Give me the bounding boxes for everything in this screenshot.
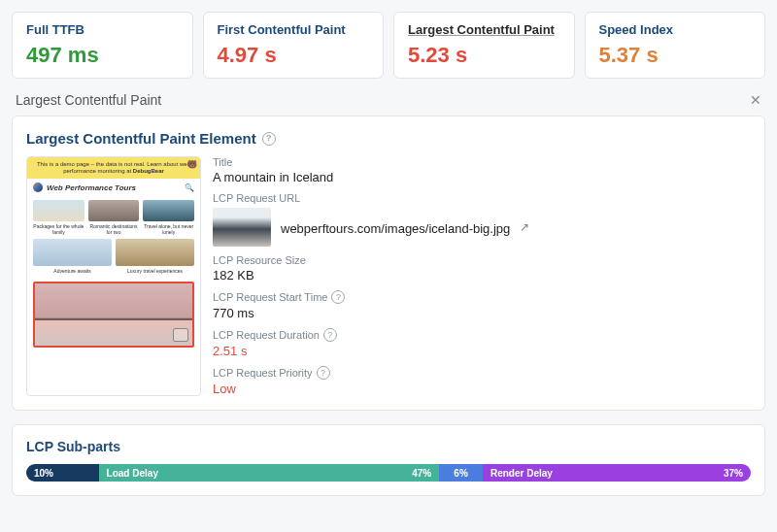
metric-speed-index[interactable]: Speed Index 5.37 s <box>585 12 766 79</box>
bear-icon: 🐻 <box>187 160 197 170</box>
size-value: 182 KB <box>213 268 529 283</box>
section-header: Largest Contentful Paint ✕ <box>16 92 761 108</box>
preview-lcp-highlight <box>33 282 194 348</box>
preview-card: Adventure awaits <box>33 239 112 274</box>
search-icon: 🔍 <box>185 183 194 193</box>
title-value: A mountain in Iceland <box>213 170 529 184</box>
preview-card: Packages for the whole family <box>33 200 84 235</box>
seg-pct: 47% <box>412 468 431 479</box>
metric-label: Speed Index <box>599 22 752 37</box>
lcp-details: Title A mountain in Iceland LCP Request … <box>213 156 529 396</box>
priority-value: Low <box>213 382 529 396</box>
close-icon[interactable]: ✕ <box>750 92 761 108</box>
lcp-element-panel: Largest Contentful Paint Element ? This … <box>12 116 765 411</box>
metric-label: Largest Contentful Paint <box>408 22 560 37</box>
subpart-load-delay[interactable]: Load Delay 47% <box>99 464 440 482</box>
logo-icon <box>33 183 43 192</box>
metrics-row: Full TTFB 497 ms First Contentful Paint … <box>12 12 765 79</box>
section-title: Largest Contentful Paint <box>16 92 161 108</box>
panel-title: Largest Contentful Paint Element ? <box>26 130 751 147</box>
preview-card: Travel alone, but never lonely <box>143 200 194 235</box>
help-icon[interactable]: ? <box>323 328 337 342</box>
title-label: Title <box>213 156 529 168</box>
metric-lcp[interactable]: Largest Contentful Paint 5.23 s <box>393 12 575 79</box>
metric-fcp[interactable]: First Contentful Paint 4.97 s <box>203 12 385 79</box>
url-thumbnail <box>213 208 271 247</box>
seg-pct: 37% <box>724 468 743 479</box>
metric-value: 5.23 s <box>408 43 560 68</box>
url-row: webperftours.com/images/iceland-big.jpg … <box>213 208 529 247</box>
preview-card: Luxury travel experiences <box>116 239 194 274</box>
start-value: 770 ms <box>213 306 529 320</box>
metric-value: 497 ms <box>26 43 179 68</box>
subpart-load-time[interactable]: 6% <box>439 464 483 482</box>
metric-full-ttfb[interactable]: Full TTFB 497 ms <box>12 12 193 79</box>
subparts-title: LCP Sub-parts <box>26 439 751 454</box>
metric-label: Full TTFB <box>26 22 179 37</box>
preview-card: Romantic destinations for two <box>88 200 140 235</box>
help-icon[interactable]: ? <box>331 290 345 304</box>
seg-pct: 10% <box>34 468 53 479</box>
subpart-ttfb[interactable]: 10% <box>26 464 99 482</box>
subparts-bar: 10% Load Delay 47% 6% Render Delay 37% <box>26 464 751 482</box>
duration-value: 2.51 s <box>213 344 529 358</box>
start-label: LCP Request Start Time? <box>213 290 529 304</box>
preview-thumbs-row1: Packages for the whole family Romantic d… <box>27 196 200 239</box>
help-icon[interactable]: ? <box>262 132 276 146</box>
help-icon[interactable]: ? <box>317 366 330 380</box>
priority-label: LCP Request Priority? <box>213 366 529 380</box>
seg-label: Render Delay <box>490 468 553 479</box>
banner-text: This is a demo page – the data is not re… <box>37 161 190 174</box>
lcp-subparts-panel: LCP Sub-parts 10% Load Delay 47% 6% Rend… <box>12 424 765 496</box>
subpart-render-delay[interactable]: Render Delay 37% <box>483 464 751 482</box>
lcp-page-preview: This is a demo page – the data is not re… <box>26 156 201 396</box>
metric-value: 4.97 s <box>218 43 370 68</box>
preview-banner: This is a demo page – the data is not re… <box>27 157 200 179</box>
panel-title-text: Largest Contentful Paint Element <box>26 130 256 147</box>
duration-label: LCP Request Duration? <box>213 328 529 342</box>
preview-thumbs-row2: Adventure awaits Luxury travel experienc… <box>27 239 200 278</box>
seg-label: Load Delay <box>107 468 158 479</box>
site-name: Web Performance Tours <box>47 183 136 193</box>
external-link-icon[interactable]: ↗ <box>520 220 529 234</box>
size-label: LCP Resource Size <box>213 254 529 266</box>
url-label: LCP Request URL <box>213 192 529 204</box>
metric-label: First Contentful Paint <box>218 22 370 37</box>
preview-site-header: Web Performance Tours 🔍 <box>27 179 200 196</box>
seg-pct: 6% <box>454 468 467 479</box>
metric-value: 5.37 s <box>599 43 752 68</box>
url-value[interactable]: webperftours.com/images/iceland-big.jpg <box>281 221 510 236</box>
banner-brand: DebugBear <box>133 168 164 174</box>
